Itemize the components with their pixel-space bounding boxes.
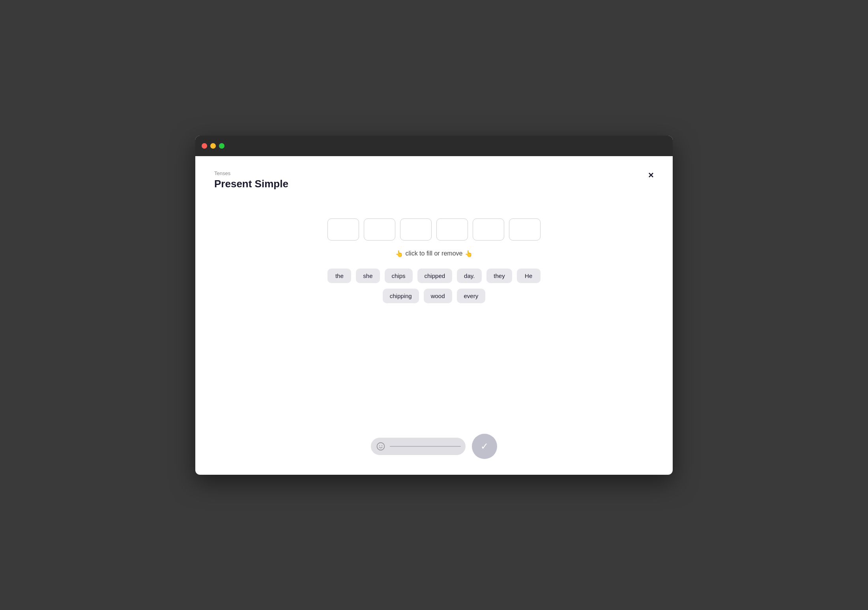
instruction-text: 👆 click to fill or remove 👆 bbox=[395, 250, 473, 257]
word-chip-chipped[interactable]: chipped bbox=[417, 269, 453, 283]
answer-slots-container bbox=[327, 218, 541, 241]
right-finger-icon: 👆 bbox=[465, 250, 473, 257]
close-traffic-light[interactable] bbox=[202, 143, 207, 149]
subtitle-label: Tenses bbox=[214, 170, 654, 176]
smiley-icon bbox=[376, 441, 386, 451]
page-title: Present Simple bbox=[214, 178, 654, 190]
word-chip-chipping[interactable]: chipping bbox=[383, 289, 419, 303]
header: Tenses Present Simple bbox=[214, 170, 654, 190]
word-chip-she[interactable]: she bbox=[356, 269, 380, 283]
svg-point-1 bbox=[379, 445, 380, 446]
slider-track[interactable] bbox=[371, 438, 466, 455]
word-chip-the[interactable]: the bbox=[327, 269, 351, 283]
answer-slot-3[interactable] bbox=[400, 218, 432, 241]
check-button[interactable]: ✓ bbox=[472, 434, 497, 459]
answer-slot-5[interactable] bbox=[473, 218, 504, 241]
close-button[interactable]: × bbox=[648, 170, 654, 180]
word-chip-every[interactable]: every bbox=[457, 289, 486, 303]
answer-slot-4[interactable] bbox=[436, 218, 468, 241]
answer-slot-2[interactable] bbox=[364, 218, 395, 241]
content-area: Tenses Present Simple × 👆 click to fill … bbox=[195, 156, 673, 475]
titlebar bbox=[195, 136, 673, 156]
svg-point-0 bbox=[377, 442, 385, 450]
word-chip-wood[interactable]: wood bbox=[424, 289, 452, 303]
word-chip-day[interactable]: day. bbox=[457, 269, 482, 283]
fullscreen-traffic-light[interactable] bbox=[219, 143, 224, 149]
minimize-traffic-light[interactable] bbox=[210, 143, 216, 149]
answer-slot-1[interactable] bbox=[327, 218, 359, 241]
word-chip-they[interactable]: they bbox=[486, 269, 512, 283]
word-bank: the she chips chipped day. they He chipp… bbox=[327, 269, 540, 303]
word-row-1: the she chips chipped day. they He bbox=[327, 269, 540, 283]
answer-slot-6[interactable] bbox=[509, 218, 541, 241]
word-chip-chips[interactable]: chips bbox=[385, 269, 413, 283]
app-window: Tenses Present Simple × 👆 click to fill … bbox=[195, 136, 673, 475]
exercise-area: 👆 click to fill or remove 👆 the she chip… bbox=[214, 218, 654, 303]
bottom-bar: ✓ bbox=[371, 434, 497, 459]
svg-point-2 bbox=[382, 445, 382, 446]
slider-line bbox=[390, 446, 461, 447]
word-row-2: chipping wood every bbox=[383, 289, 485, 303]
word-chip-he[interactable]: He bbox=[517, 269, 541, 283]
left-finger-icon: 👆 bbox=[395, 250, 403, 257]
